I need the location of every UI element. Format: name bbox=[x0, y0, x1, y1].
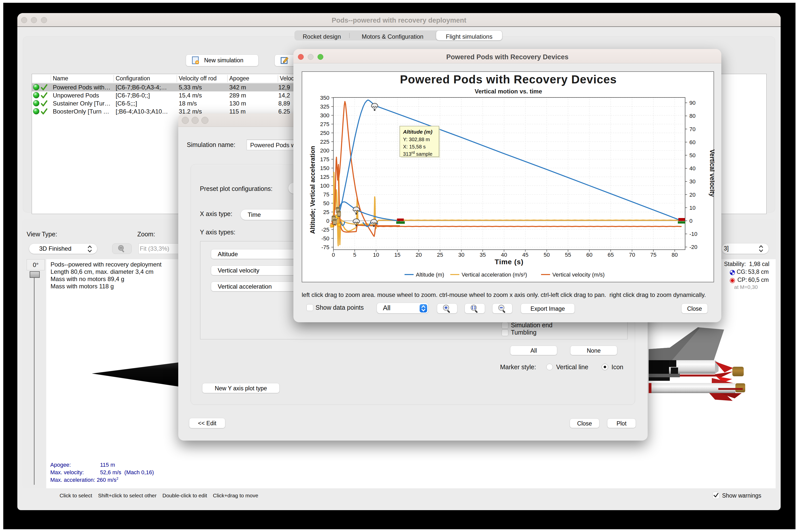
svg-text:250: 250 bbox=[320, 130, 329, 136]
svg-text:80: 80 bbox=[672, 252, 677, 258]
svg-text:0: 0 bbox=[326, 218, 329, 224]
svg-text:45: 45 bbox=[522, 252, 528, 258]
svg-text:5: 5 bbox=[353, 252, 356, 258]
svg-text:75: 75 bbox=[650, 252, 656, 258]
svg-text:300: 300 bbox=[320, 112, 329, 118]
svg-text:100: 100 bbox=[320, 183, 329, 189]
svg-text:0: 0 bbox=[689, 218, 692, 224]
svg-text:X: 15,58 s: X: 15,58 s bbox=[403, 144, 425, 149]
svg-text:20: 20 bbox=[689, 192, 695, 198]
svg-text:40: 40 bbox=[501, 252, 507, 258]
svg-text:Powered Pods with Recovery Dev: Powered Pods with Recovery Devices bbox=[400, 73, 617, 86]
svg-text:10: 10 bbox=[373, 252, 379, 258]
svg-text:-50: -50 bbox=[321, 235, 329, 242]
svg-text:-10: -10 bbox=[689, 231, 697, 237]
svg-text:313rd sample: 313rd sample bbox=[403, 150, 432, 157]
svg-text:65: 65 bbox=[608, 252, 614, 258]
svg-text:40: 40 bbox=[689, 165, 695, 172]
svg-text:50: 50 bbox=[544, 252, 549, 258]
svg-text:Altitude (m): Altitude (m) bbox=[403, 129, 432, 135]
svg-text:Vertical motion vs. time: Vertical motion vs. time bbox=[475, 88, 542, 95]
svg-text:-75: -75 bbox=[321, 244, 329, 250]
svg-text:Altitude (m): Altitude (m) bbox=[416, 271, 444, 278]
svg-text:Time (s): Time (s) bbox=[495, 258, 524, 266]
svg-text:15: 15 bbox=[394, 252, 400, 258]
svg-text:90: 90 bbox=[689, 100, 695, 106]
svg-text:30: 30 bbox=[689, 178, 695, 185]
svg-text:325: 325 bbox=[320, 103, 329, 110]
svg-text:55: 55 bbox=[565, 252, 571, 258]
svg-text:75: 75 bbox=[323, 191, 329, 198]
svg-text:Vertical velocity: Vertical velocity bbox=[709, 149, 714, 197]
svg-text:25: 25 bbox=[437, 252, 443, 258]
svg-text:350: 350 bbox=[320, 95, 329, 101]
svg-text:60: 60 bbox=[586, 252, 592, 258]
svg-text:200: 200 bbox=[320, 148, 329, 154]
svg-text:70: 70 bbox=[629, 252, 635, 258]
svg-text:175: 175 bbox=[320, 156, 329, 163]
svg-text:50: 50 bbox=[689, 152, 695, 158]
svg-text:25: 25 bbox=[323, 209, 329, 215]
svg-text:60: 60 bbox=[689, 139, 695, 146]
svg-text:Vertical acceleration (m/s²): Vertical acceleration (m/s²) bbox=[461, 271, 527, 278]
svg-text:-20: -20 bbox=[689, 244, 697, 250]
svg-text:20: 20 bbox=[416, 252, 422, 258]
svg-text:80: 80 bbox=[689, 113, 695, 119]
svg-text:275: 275 bbox=[320, 121, 329, 127]
svg-text:50: 50 bbox=[323, 200, 329, 207]
svg-text:35: 35 bbox=[480, 252, 486, 258]
svg-text:Altitude; Vertical acceleratio: Altitude; Vertical acceleration bbox=[309, 146, 316, 234]
svg-text:225: 225 bbox=[320, 139, 329, 145]
svg-text:0: 0 bbox=[332, 252, 335, 258]
svg-text:70: 70 bbox=[689, 126, 695, 132]
svg-text:-25: -25 bbox=[321, 227, 329, 233]
svg-text:Vertical velocity (m/s): Vertical velocity (m/s) bbox=[552, 271, 605, 278]
svg-text:150: 150 bbox=[320, 165, 329, 171]
svg-text:10: 10 bbox=[689, 205, 695, 211]
svg-text:Y: 302,88 m: Y: 302,88 m bbox=[403, 137, 430, 142]
svg-text:30: 30 bbox=[458, 252, 465, 258]
svg-text:125: 125 bbox=[320, 174, 329, 180]
